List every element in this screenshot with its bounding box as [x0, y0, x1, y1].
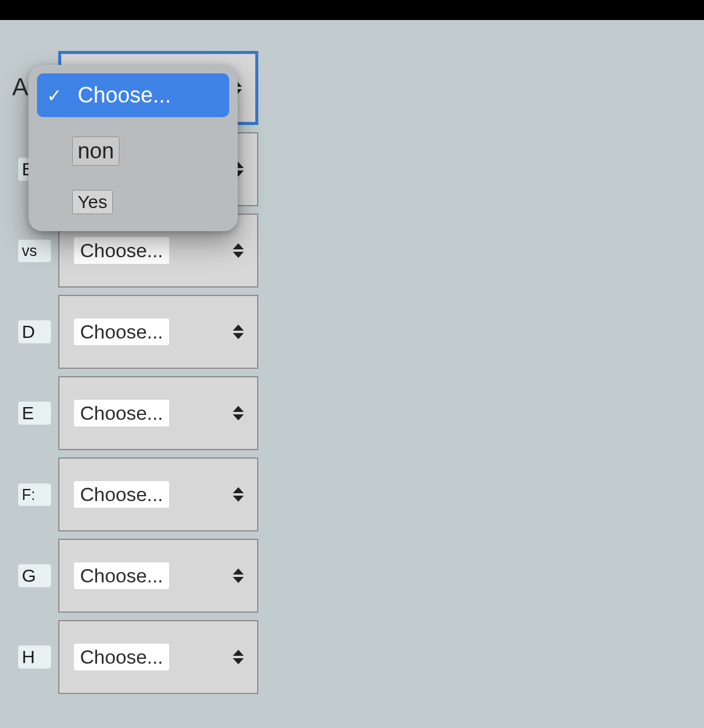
select-value: Choose...: [74, 237, 169, 264]
row-label: F:: [18, 484, 51, 506]
form-content: A Choose... E Choose... vs Choose...: [0, 20, 704, 696]
dropdown-option-label: Choose...: [72, 81, 176, 110]
select-box[interactable]: Choose...: [58, 457, 258, 531]
check-icon: ✓: [45, 141, 62, 162]
form-row: D Choose...: [18, 293, 704, 371]
dropdown-option-label: non: [72, 136, 119, 166]
row-label: vs: [18, 240, 51, 262]
top-black-bar: [0, 0, 704, 20]
row-label: D: [18, 320, 51, 343]
select-box[interactable]: Choose...: [58, 295, 258, 369]
select-caret-icon: [233, 568, 244, 583]
select-box[interactable]: Choose...: [58, 376, 258, 450]
select-caret-icon: [233, 487, 244, 502]
select-value: Choose...: [74, 481, 169, 508]
dropdown-option-label: Yes: [72, 190, 113, 214]
select-caret-icon: [233, 325, 244, 339]
select-box[interactable]: Choose...: [58, 539, 258, 613]
check-icon: ✓: [45, 192, 62, 213]
row-label: G: [18, 564, 51, 587]
row-label: E: [18, 402, 51, 425]
dropdown-option-yes[interactable]: ✓ Yes: [37, 185, 229, 219]
select-value: Choose...: [74, 318, 169, 345]
select-caret-icon: [233, 406, 244, 420]
select-value: Choose...: [74, 400, 169, 426]
check-icon: ✓: [45, 85, 62, 106]
select-value: Choose...: [74, 562, 169, 589]
form-row: E Choose...: [18, 374, 704, 452]
dropdown-popup: ✓ Choose... ✓ non ✓ Yes: [28, 65, 238, 231]
select-caret-icon: [233, 650, 244, 664]
row-label: H: [18, 645, 51, 669]
form-row: H Choose...: [18, 618, 704, 696]
select-box[interactable]: Choose...: [58, 620, 258, 694]
form-row: G Choose...: [18, 537, 704, 615]
form-row: F: Choose...: [18, 456, 704, 533]
dropdown-option-non[interactable]: ✓ non: [37, 129, 229, 173]
select-caret-icon: [233, 243, 244, 258]
select-value: Choose...: [74, 644, 169, 670]
row-label-a: A: [12, 73, 28, 101]
dropdown-option-choose[interactable]: ✓ Choose...: [37, 73, 229, 117]
